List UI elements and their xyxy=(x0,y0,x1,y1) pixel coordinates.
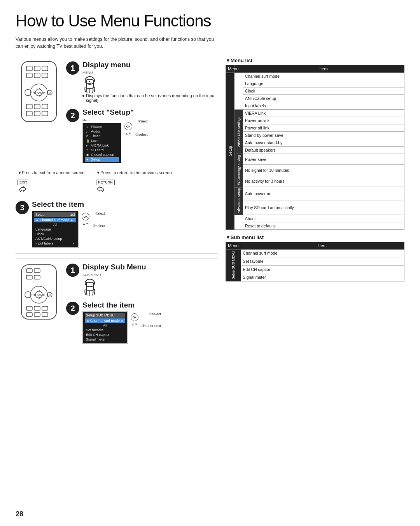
step-2-area: Menu □ Picture ♪ Audio xyxy=(82,119,148,163)
sub-menu-item-channel: ◄ Channel surf mode ► xyxy=(85,318,125,323)
table-row: Signal meter xyxy=(226,273,404,281)
remote-illustration-2: ▲ ▼ ◄ ► OK ⊙ xyxy=(16,263,62,322)
table-row: Stand-by power save xyxy=(226,132,404,139)
svg-text:►: ► xyxy=(43,91,46,94)
sub-menu-list-title: ▼Sub menu list xyxy=(226,234,404,240)
setup-label: Setup xyxy=(226,73,234,230)
step-number-2a: 2 xyxy=(66,109,79,122)
col-menu-header: Menu xyxy=(226,65,234,73)
setup-sub-label: Setup SUB MENU xyxy=(226,249,241,281)
press-return-label: ▼Press to return to the previous screen xyxy=(96,170,172,175)
svg-text:▲: ▲ xyxy=(88,80,91,82)
ok-nav-area: OK ▲▼ xyxy=(124,122,132,135)
menu-item-sd: □ SD card xyxy=(85,148,119,152)
sub-col-item-header: Item xyxy=(241,242,404,249)
svg-rect-19 xyxy=(42,104,48,109)
item-no-activity: No activity for 3 hours xyxy=(243,176,404,187)
press-return-info: ▼Press to return to the previous screen … xyxy=(96,170,172,195)
item-play-sd: Play SD card automatically xyxy=(243,201,404,215)
menu-item-ant: ANT/Cable setup xyxy=(34,236,76,241)
ok-button-3[interactable]: OK xyxy=(82,213,89,220)
table-row: VIERA Link settings VIERA Link xyxy=(226,110,404,117)
svg-rect-29 xyxy=(34,269,40,273)
sub-item-set-fav: Set favorite xyxy=(241,257,404,266)
table-row: No activity for 3 hours xyxy=(226,176,404,187)
setup-menu-box: Menu □ Picture ♪ Audio xyxy=(82,119,121,163)
svg-rect-5 xyxy=(34,73,40,78)
step-number-1: 1 xyxy=(66,61,79,75)
svg-text:⊙: ⊙ xyxy=(49,294,51,296)
sub-menu-box-title: Setup SUB MENU xyxy=(85,313,125,318)
empty-group xyxy=(234,73,243,110)
item-power-on-link: Power on link xyxy=(243,117,404,124)
svg-rect-21 xyxy=(34,111,40,116)
table-row: Language xyxy=(226,80,404,87)
menu-item-cc: ▣ Closed caption xyxy=(85,152,119,157)
viera-link-group: VIERA Link settings xyxy=(234,110,243,154)
sub-menu-section: ▲ ▼ ◄ ► OK ⊙ xyxy=(16,259,218,344)
press-exit-info: ▼Press to exit from a menu screen EXIT xyxy=(18,170,84,195)
ok-button-sub[interactable]: OK xyxy=(131,313,138,321)
step-number-sub-2: 2 xyxy=(66,302,79,315)
svg-rect-47 xyxy=(42,313,48,316)
item-standby-power: Stand-by power save xyxy=(243,132,404,139)
item-power-off-link: Power off link xyxy=(243,124,404,132)
svg-rect-1 xyxy=(26,66,32,71)
step-3-menu: Setup 1/2 ◄ Channel surf mode ► All Lang… xyxy=(32,211,105,248)
return-button[interactable]: RETURN xyxy=(96,180,115,185)
table-row: Play SD card automatically xyxy=(226,201,404,215)
svg-rect-4 xyxy=(26,73,32,78)
sub-menu-list-table: Menu Item Setup SUB MENU Channel surf mo… xyxy=(226,242,404,282)
svg-rect-20 xyxy=(26,111,32,116)
svg-text:OK: OK xyxy=(37,91,42,94)
advanced-group: Advanced setup xyxy=(234,187,243,215)
ok-nav-sub: OK ▲▼ xyxy=(131,313,138,326)
step-1-title: Display menu xyxy=(82,61,218,69)
ok-nav-3: OK ▲▼ xyxy=(82,213,89,225)
item-power-save: Power save xyxy=(243,154,404,165)
press-info-area: ▼Press to exit from a menu screen EXIT ▼… xyxy=(18,170,218,195)
table-row: No signal for 10 minutes xyxy=(226,165,404,176)
step-sub-1-title: Display Sub Menu xyxy=(82,263,146,271)
svg-rect-43 xyxy=(34,306,40,310)
step-number-sub-1: 1 xyxy=(66,264,79,277)
ok-button-2a[interactable]: OK xyxy=(124,122,132,130)
item-about: About xyxy=(243,215,404,222)
table-row: Default speakers xyxy=(226,147,404,154)
label-select-sub: ①select xyxy=(149,312,161,316)
right-column: ▼Menu list Menu Item Setup Channel surf xyxy=(226,58,404,281)
sub-item-channel: Channel surf mode xyxy=(241,249,404,257)
item-channel-surf: Channel surf mode xyxy=(243,73,404,80)
table-row: Setup Channel surf mode xyxy=(226,73,404,80)
svg-text:◄: ◄ xyxy=(32,293,35,297)
select-item-menu-box: Setup 1/2 ◄ Channel surf mode ► All Lang… xyxy=(32,211,79,248)
menu-item-lock: 🔒 Lock xyxy=(85,138,119,143)
svg-rect-44 xyxy=(42,306,48,310)
step-1-bullet: Displays the functions that can be set (… xyxy=(82,93,218,103)
menu-item-lang: Language xyxy=(34,227,76,232)
item-reset: Reset to defaults xyxy=(243,222,404,229)
svg-rect-18 xyxy=(34,104,40,109)
table-row: Advanced setup Auto power on xyxy=(226,187,404,201)
step-2-title: Select "Setup" xyxy=(82,108,148,117)
menu-item-clock: Clock xyxy=(34,232,76,236)
svg-rect-42 xyxy=(26,306,32,310)
table-row: ANT/Cable setup xyxy=(226,95,404,102)
item-input-labels: Input labels xyxy=(243,102,404,110)
svg-text:▲: ▲ xyxy=(38,289,41,292)
svg-text:◄: ◄ xyxy=(32,91,35,94)
press-exit-label: ▼Press to exit from a menu screen xyxy=(18,170,84,175)
item-viera-link: VIERA Link xyxy=(243,110,404,117)
sub-item-signal: Signal meter xyxy=(241,273,404,281)
table-row: Set favorite xyxy=(226,257,404,266)
table-row: About xyxy=(226,215,404,222)
step-1-display-menu: ▲ ▼ ◄ ► OK ⊙ xyxy=(16,58,218,163)
svg-rect-28 xyxy=(26,269,32,273)
eco-group: ECO/energy saving xyxy=(234,154,243,187)
col-item-header: Item xyxy=(243,65,404,73)
svg-text:▲: ▲ xyxy=(38,87,41,90)
svg-text:⊙: ⊙ xyxy=(49,91,51,94)
arrow-indicators-2a: ②next ①select xyxy=(135,119,148,136)
svg-rect-6 xyxy=(42,73,48,78)
exit-button[interactable]: EXIT xyxy=(18,180,29,185)
